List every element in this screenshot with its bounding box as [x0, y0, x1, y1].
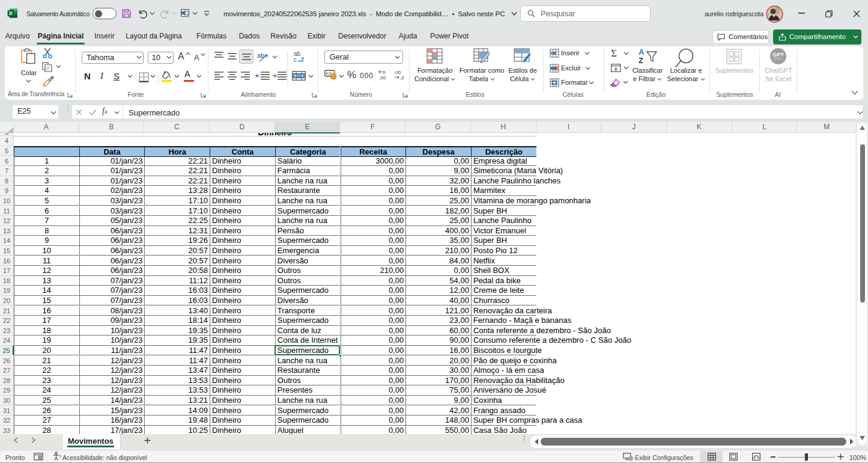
svg-text:,00: ,00	[379, 75, 386, 81]
svg-text:c: c	[294, 57, 297, 63]
svg-text:0: 0	[383, 70, 386, 75]
svg-text:?: ?	[59, 454, 62, 459]
svg-text:,0: ,0	[400, 75, 404, 81]
svg-text:,00: ,00	[394, 70, 401, 75]
